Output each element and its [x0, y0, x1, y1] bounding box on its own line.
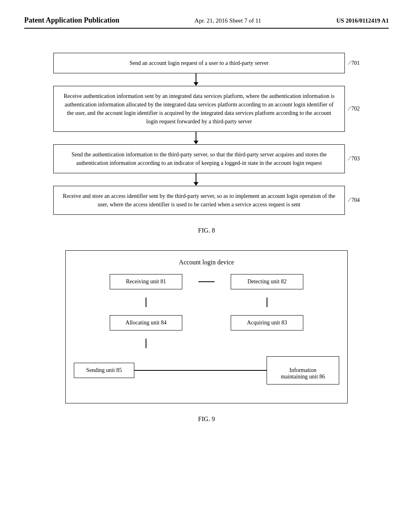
detecting-unit-82: Detecting unit 82	[231, 274, 303, 289]
fig8-caption: FIG. 8	[24, 227, 389, 234]
connector-81-84	[146, 297, 146, 307]
device-title: Account login device	[74, 259, 339, 266]
arrow-line-2	[196, 132, 196, 141]
step-701-box: Send an account login request of a user …	[53, 53, 345, 73]
arrow-1	[53, 73, 360, 86]
connector-82-83	[267, 297, 267, 307]
receiving-unit-81: Receiving unit 81	[110, 274, 182, 289]
fig9-caption: FIG. 9	[24, 416, 389, 423]
step-703-box: Send the authentication information to t…	[53, 144, 345, 173]
flowchart: Send an account login request of a user …	[53, 53, 360, 215]
arrow-head-3	[194, 182, 198, 186]
step-702-row: Receive authentication information sent …	[53, 86, 360, 132]
allocating-unit-84: Allocating unit 84	[110, 315, 182, 330]
connector-84-85	[146, 339, 146, 348]
arrow-3	[53, 173, 360, 186]
fig9-svg-container: Receiving unit 81 Detecting unit 82	[74, 274, 339, 384]
step-701-row: Send an account login request of a user …	[53, 53, 360, 73]
step-704-label: ∕ 704	[349, 197, 360, 204]
connector-81-82	[198, 281, 215, 282]
sending-unit-85: Sending unit 85	[74, 363, 134, 378]
connector-85-86-h	[134, 370, 267, 371]
step-701-label: ∕ 701	[349, 60, 360, 66]
page: Patent Application Publication Apr. 21, …	[0, 0, 413, 532]
acquiring-unit-83: Acquiring unit 83	[231, 315, 303, 330]
arrow-line-1	[196, 73, 196, 82]
patent-number: US 2016/0112419 A1	[336, 17, 389, 24]
page-header: Patent Application Publication Apr. 21, …	[24, 16, 389, 29]
arrow-head-2	[194, 141, 198, 144]
publication-label: Patent Application Publication	[24, 16, 119, 25]
arrow-2	[53, 132, 360, 144]
fig9-container: Account login device Receiving unit 81	[65, 250, 348, 403]
step-704-box: Receive and store an access identifier s…	[53, 186, 345, 215]
step-702-box: Receive authentication information sent …	[53, 86, 345, 132]
sheet-info: Apr. 21, 2016 Sheet 7 of 11	[194, 17, 261, 24]
arrow-container-1	[53, 73, 339, 86]
step-703-label: ∕ 703	[349, 156, 360, 162]
arrow-line-3	[196, 173, 196, 182]
step-703-row: Send the authentication information to t…	[53, 144, 360, 173]
step-704-row: Receive and store an access identifier s…	[53, 186, 360, 215]
device-outer-box: Account login device Receiving unit 81	[65, 250, 348, 403]
fig8-container: Send an account login request of a user …	[53, 53, 360, 215]
arrow-container-3	[53, 173, 339, 186]
info-maintaining-unit-86: Information maintaining unit 86	[267, 356, 339, 384]
arrow-container-2	[53, 132, 339, 144]
arrow-head-1	[194, 82, 198, 86]
step-702-label: ∕ 702	[349, 106, 360, 112]
